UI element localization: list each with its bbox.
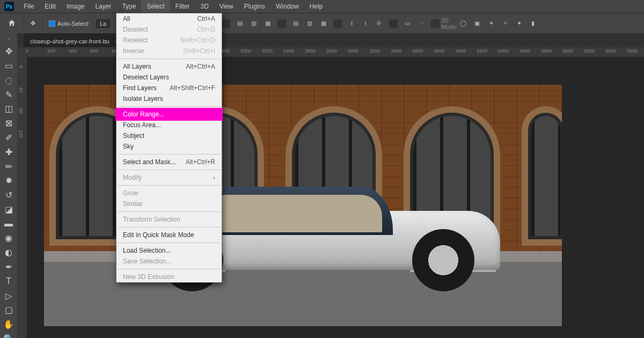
ruler-vertical: 04080120 [17,57,27,338]
move-tool-icon[interactable]: ✥ [31,20,35,27]
path-select-icon[interactable]: ▷ [2,290,16,302]
select-menu-dropdown: AllCtrl+ADeselectCtrl+DReselectShift+Ctr… [116,13,222,283]
menu-file[interactable]: File [18,0,39,13]
collapse-icon[interactable]: » [2,35,16,42]
eraser-tool-icon[interactable]: ◪ [2,204,16,215]
menu-item-focus-area-[interactable]: Focus Area... [116,120,222,130]
home-icon[interactable] [6,19,17,28]
menu-item-new-3d-extrusion: New 3D Extrusion [116,271,222,282]
align-top-icon[interactable]: ▤ [291,19,300,28]
distribute-spacing-icon[interactable]: ⊪ [375,19,384,28]
align-to-icon[interactable]: ▭ [403,19,412,28]
eyedropper-tool-icon[interactable]: ✐ [2,132,16,143]
pen-tool-icon[interactable]: ✒ [2,261,16,273]
3d-mode-label: 3D Mode: [445,19,453,28]
menu-item-grow: Grow [116,188,222,199]
menu-image[interactable]: Image [61,0,90,13]
crop-tool-icon[interactable]: ◫ [2,103,16,114]
align-middle-icon[interactable]: ▥ [305,19,314,28]
menu-item-isolate-layers[interactable]: Isolate Layers [116,93,222,104]
3d-pan-icon[interactable]: ▣ [473,19,481,28]
app-logo: Ps [4,2,14,11]
distribute-v-icon[interactable]: ⫲ [361,19,370,28]
3d-slide-icon[interactable]: ✧ [501,19,509,28]
menu-item-similar: Similar [116,199,222,209]
menu-window[interactable]: Window [270,0,304,13]
auto-select-checkbox[interactable]: Auto-Select: [49,20,90,27]
hand-tool-icon[interactable]: ✋ [2,319,16,330]
align-icons: ▤ ▥ ▦ ▤ ▥ ▦ ⫴ ⫲ ⊪ ▭ ⋯ 3D Mode: ◯ ▣ ✶ ✧ ✦… [222,19,537,28]
blur-tool-icon[interactable]: ◉ [2,233,16,244]
menu-type[interactable]: Type [116,0,141,13]
ruler-horizontal: 0200400600800100012001400160018002000220… [17,47,644,57]
menu-item-inverse: InverseShift+Ctrl+I [116,46,222,56]
frame-tool-icon[interactable]: ⊠ [2,117,16,129]
heal-tool-icon[interactable]: ✚ [2,146,16,158]
menu-item-modify: Modify [116,172,222,183]
3d-orbit-icon[interactable]: ◯ [459,19,467,28]
menu-filter[interactable]: Filter [170,0,195,13]
dodge-tool-icon[interactable]: ◐ [2,247,16,258]
layer-dropdown[interactable]: La [96,19,110,28]
move-tool-icon[interactable]: ✥ [2,46,16,57]
marquee-tool-icon[interactable]: ▭ [2,60,16,71]
history-brush-icon[interactable]: ↺ [2,189,16,201]
shape-tool-icon[interactable]: ▢ [2,305,16,316]
menu-item-select-and-mask-[interactable]: Select and Mask...Alt+Ctrl+R [116,157,222,167]
menu-item-deselect: DeselectCtrl+D [116,24,222,35]
menu-item-color-range-[interactable]: Color Range... [116,109,222,120]
menu-3d[interactable]: 3D [195,0,214,13]
menubar: Ps FileEditImageLayerTypeSelectFilter3DV… [0,0,644,13]
menu-layer[interactable]: Layer [90,0,116,13]
menu-item-all[interactable]: AllCtrl+A [116,13,222,24]
align-right-icon[interactable]: ▦ [264,19,272,28]
align-bottom-icon[interactable]: ▦ [319,19,328,28]
menu-edit[interactable]: Edit [39,0,61,13]
menu-select[interactable]: Select [141,0,170,13]
type-tool-icon[interactable]: T [2,276,16,287]
align-center-h-icon[interactable]: ▥ [250,19,258,28]
menu-item-transform-selection: Transform Selection [116,214,222,225]
menu-item-deselect-layers[interactable]: Deselect Layers [116,72,222,83]
menu-item-reselect: ReselectShift+Ctrl+D [116,35,222,46]
distribute-h-icon[interactable]: ⫴ [347,19,356,28]
menu-item-all-layers[interactable]: All LayersAlt+Ctrl+A [116,61,222,72]
stamp-tool-icon[interactable]: ✹ [2,175,16,186]
brush-tool-icon[interactable]: ✏ [2,161,16,172]
menu-item-find-layers[interactable]: Find LayersAlt+Shift+Ctrl+F [116,83,222,93]
3d-dolly-icon[interactable]: ✶ [487,19,495,28]
document-tab-label: closeup-shot-grey-car-front-bu [30,38,109,45]
zoom-tool-icon[interactable]: 🔍 [2,333,16,338]
menu-item-save-selection-: Save Selection... [116,256,222,267]
align-left-icon[interactable]: ▤ [236,19,244,28]
menu-view[interactable]: View [214,0,239,13]
gradient-tool-icon[interactable]: ▬ [2,218,16,230]
3d-camera-icon[interactable]: ▮ [529,19,537,28]
menu-item-edit-in-quick-mask-mode[interactable]: Edit in Quick Mask Mode [116,230,222,240]
menu-item-sky[interactable]: Sky [116,141,222,152]
menu-help[interactable]: Help [304,0,328,13]
menu-plugins[interactable]: Plugins [239,0,270,13]
menu-item-subject[interactable]: Subject [116,130,222,141]
menu-item-load-selection-[interactable]: Load Selection... [116,245,222,256]
options-bar: ✥ Auto-Select: La ▤ ▥ ▦ ▤ ▥ ▦ ⫴ ⫲ ⊪ ▭ ⋯ … [0,13,644,33]
3d-light-icon[interactable]: ✦ [515,19,523,28]
more-icon[interactable]: ⋯ [417,19,426,28]
wand-tool-icon[interactable]: ✎ [2,89,16,100]
tools-panel: » ✥ ▭ ◌ ✎ ◫ ⊠ ✐ ✚ ✏ ✹ ↺ ◪ ▬ ◉ ◐ ✒ T ▷ ▢ … [0,33,17,338]
lasso-tool-icon[interactable]: ◌ [2,75,16,86]
